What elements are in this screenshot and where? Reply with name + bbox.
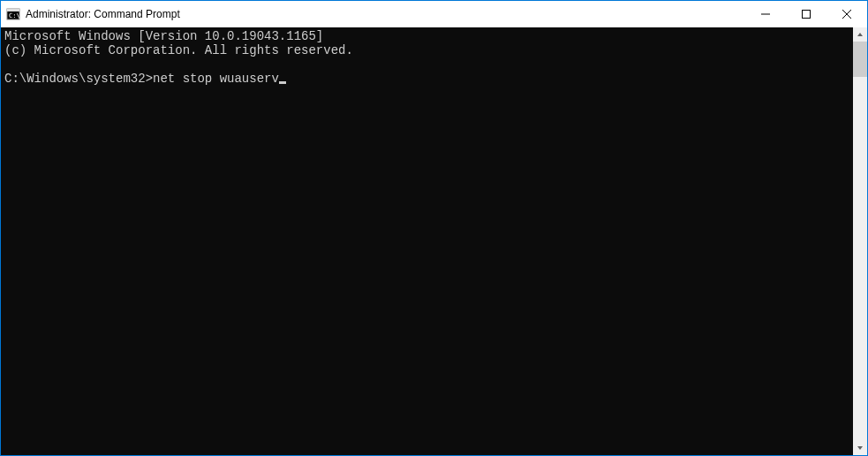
close-button[interactable] — [826, 1, 867, 27]
terminal[interactable]: Microsoft Windows [Version 10.0.19043.11… — [1, 27, 853, 455]
terminal-cursor — [279, 81, 286, 84]
terminal-command: net stop wuauserv — [153, 72, 279, 86]
scrollbar-track[interactable] — [853, 42, 867, 441]
maximize-button[interactable] — [786, 1, 826, 27]
command-prompt-window: C:\ Administrator: Command Prompt Micros… — [0, 0, 868, 456]
window-title: Administrator: Command Prompt — [26, 8, 745, 20]
svg-text:C:\: C:\ — [9, 12, 20, 19]
terminal-copyright-line: (c) Microsoft Corporation. All rights re… — [4, 43, 849, 57]
svg-rect-1 — [7, 9, 19, 11]
terminal-prompt: C:\Windows\system32> — [4, 72, 153, 86]
scrollbar-thumb[interactable] — [853, 42, 867, 77]
terminal-blank-line — [4, 57, 849, 72]
scroll-up-button[interactable] — [853, 27, 867, 42]
terminal-area: Microsoft Windows [Version 10.0.19043.11… — [1, 27, 867, 455]
terminal-header-line: Microsoft Windows [Version 10.0.19043.11… — [4, 29, 849, 43]
vertical-scrollbar[interactable] — [853, 27, 867, 455]
minimize-button[interactable] — [745, 1, 786, 27]
svg-marker-8 — [857, 446, 863, 450]
svg-marker-7 — [857, 33, 863, 36]
titlebar[interactable]: C:\ Administrator: Command Prompt — [1, 1, 867, 27]
terminal-prompt-line: C:\Windows\system32>net stop wuauserv — [4, 72, 849, 86]
scroll-down-button[interactable] — [853, 441, 867, 455]
svg-rect-4 — [803, 11, 811, 19]
cmd-icon: C:\ — [6, 7, 20, 21]
window-controls — [745, 1, 867, 27]
